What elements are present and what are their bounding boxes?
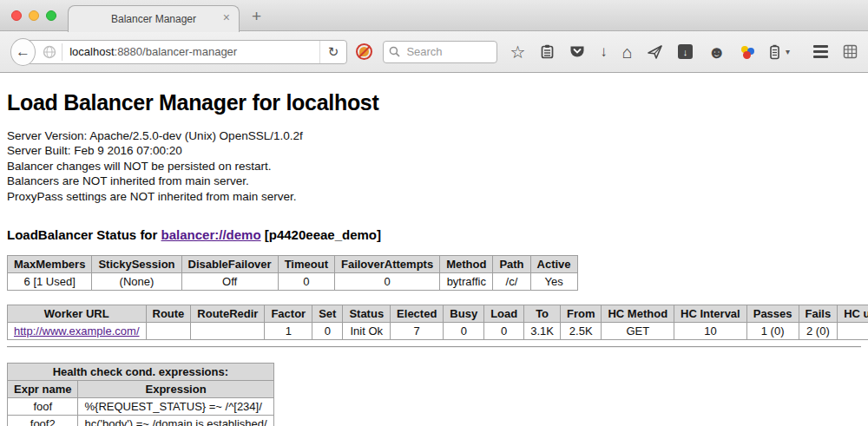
toolbar-icons: ☆ ↓ ⌂ ↓ ☻ ▾ [510, 43, 858, 61]
zoom-window-button[interactable] [46, 10, 56, 21]
active-cell: Yes [530, 273, 577, 291]
column-header: Timeout [278, 256, 334, 273]
back-icon: ← [16, 43, 30, 61]
url-separator [62, 43, 62, 61]
column-header: Fails [799, 305, 838, 323]
hc-uri-cell [838, 323, 868, 340]
route-cell [146, 323, 191, 340]
timeout-cell: 0 [278, 273, 334, 291]
back-button[interactable]: ← [10, 38, 36, 66]
factor-cell: 1 [265, 323, 312, 340]
column-header: Elected [391, 305, 444, 323]
table-header-row: Worker URL Route RouteRedir Factor Set S… [8, 305, 868, 323]
table-row: foof2 hc('body') =~ /domain is establish… [8, 416, 274, 426]
method-cell: bytraffic [440, 273, 493, 291]
table-header-row: Expr name Expression [8, 381, 274, 398]
battery-icon[interactable] [769, 44, 780, 60]
new-tab-button[interactable]: + [252, 7, 261, 26]
page-title: Load Balancer Manager for localhost [7, 90, 861, 115]
expr-name-cell: foof [8, 398, 78, 416]
expression-cell: hc('body') =~ /domain is established/ [78, 416, 273, 426]
disablefailover-cell: Off [181, 273, 278, 291]
balancer-demo-link[interactable]: balancer://demo [161, 227, 261, 242]
load-cell: 0 [484, 323, 524, 340]
column-header: Method [440, 256, 493, 273]
expression-cell: %{REQUEST_STATUS} =~ /^[234]/ [78, 398, 273, 416]
url-bar[interactable]: localhost:8880/balancer-manager ↻ [21, 40, 347, 64]
browser-tab[interactable]: Balancer Manager × [68, 5, 240, 32]
search-bar[interactable] [383, 41, 497, 63]
chevron-down-icon[interactable]: ▾ [786, 47, 790, 56]
column-header: Active [530, 256, 577, 273]
column-header: HC Method [602, 305, 674, 323]
close-window-button[interactable] [11, 10, 22, 21]
table-title-row: Health check cond. expressions: [8, 364, 274, 381]
column-header: Load [484, 305, 524, 323]
column-header: Status [343, 305, 391, 323]
clipboard-icon[interactable] [540, 44, 555, 59]
column-header: Expression [78, 381, 273, 398]
column-header: HC Interval [674, 305, 747, 323]
window-controls [11, 10, 56, 21]
column-header: DisableFailover [181, 256, 278, 273]
tab-title: Balancer Manager [111, 13, 196, 25]
column-header: RouteRedir [191, 305, 265, 323]
column-header: StickySession [92, 256, 181, 273]
column-header: Path [493, 256, 530, 273]
table-row: http://www.example.com/ 1 0 Init Ok 7 0 … [8, 323, 868, 340]
stickysession-cell: (None) [92, 273, 181, 291]
status-cell: Init Ok [343, 323, 391, 340]
tab-close-icon[interactable]: × [223, 11, 230, 23]
fails-cell: 2 (0) [799, 323, 838, 340]
column-header: Passes [746, 305, 799, 323]
bookmark-star-icon[interactable]: ☆ [510, 43, 525, 61]
pocket-icon[interactable] [569, 44, 585, 59]
maxmembers-cell: 6 [1 Used] [8, 273, 92, 291]
column-header: Set [312, 305, 343, 323]
divider [7, 346, 861, 348]
send-plane-icon[interactable] [648, 45, 663, 59]
url-path: :8880/balancer-manager [115, 45, 238, 58]
url-text[interactable]: localhost:8880/balancer-manager [69, 45, 237, 58]
column-header: Factor [265, 305, 312, 323]
reload-icon: ↻ [328, 44, 339, 60]
from-cell: 2.5K [560, 323, 602, 340]
health-check-table: Health check cond. expressions: Expr nam… [7, 363, 274, 426]
failoverattempts-cell: 0 [334, 273, 439, 291]
column-header: Expr name [8, 381, 78, 398]
search-icon [389, 46, 400, 57]
expr-name-cell: foof2 [8, 416, 78, 426]
smiley-icon[interactable]: ☻ [707, 43, 726, 61]
home-icon[interactable]: ⌂ [622, 43, 633, 61]
reload-button[interactable]: ↻ [319, 41, 347, 63]
worker-table: Worker URL Route RouteRedir Factor Set S… [7, 305, 868, 340]
url-host: localhost [69, 45, 114, 58]
column-header: MaxMembers [8, 256, 92, 273]
downloads-icon[interactable]: ↓ [600, 44, 608, 59]
table-header-row: MaxMembers StickySession DisableFailover… [8, 256, 578, 273]
routeredir-cell [191, 323, 265, 340]
panel-download-icon[interactable]: ↓ [678, 44, 693, 59]
to-cell: 3.1K [524, 323, 561, 340]
persist-note-line: Balancer changes will NOT be persisted o… [7, 159, 861, 174]
browser-window: Balancer Manager × + ← localhost:8880/ba… [0, 0, 868, 426]
worker-url-link[interactable]: http://www.example.com/ [14, 324, 140, 338]
search-input[interactable] [404, 44, 491, 59]
balancer-summary-table: MaxMembers StickySession DisableFailover… [7, 255, 578, 291]
loadbalancer-status-heading: LoadBalancer Status for balancer://demo … [7, 227, 861, 242]
column-header: HC uri [838, 305, 868, 323]
column-header: Busy [444, 305, 484, 323]
titlebar: Balancer Manager × + [0, 0, 868, 31]
hc-method-cell: GET [602, 323, 674, 340]
minimize-window-button[interactable] [29, 10, 39, 21]
column-header: FailoverAttempts [334, 256, 439, 273]
colored-dots-icon[interactable] [740, 45, 754, 59]
server-info: Server Version: Apache/2.5.0-dev (Unix) … [7, 128, 861, 204]
menu-icon[interactable] [813, 45, 828, 58]
column-header: Route [146, 305, 191, 323]
grid-icon[interactable] [843, 44, 858, 59]
proxypass-note-line: ProxyPass settings are NOT inherited fro… [7, 189, 861, 204]
worker-url-cell: http://www.example.com/ [8, 323, 147, 340]
passes-cell: 1 (0) [746, 323, 799, 340]
plugin-blocked-icon[interactable] [356, 43, 372, 60]
